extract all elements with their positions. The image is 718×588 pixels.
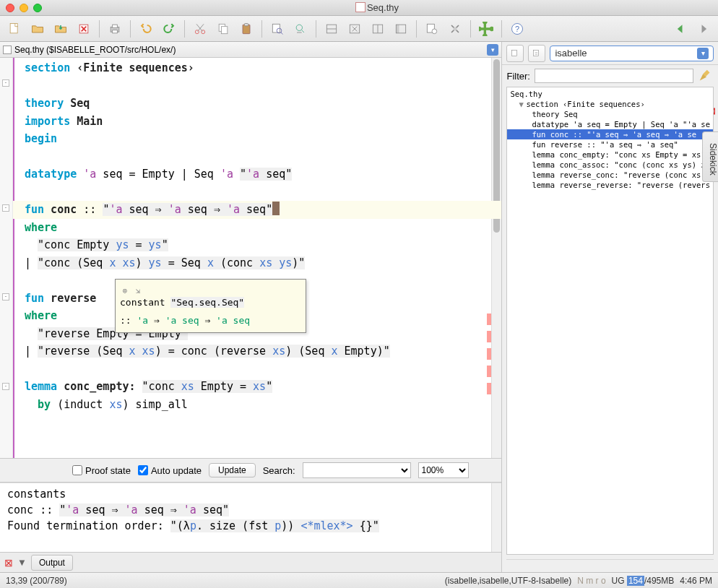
encoding-label: (isabelle,isabelle,UTF-8-Isabelle)	[445, 576, 571, 586]
nav-back-button[interactable]	[670, 19, 691, 39]
svg-rect-4	[113, 30, 118, 33]
save-button[interactable]	[51, 19, 71, 39]
file-icon	[355, 2, 366, 12]
titlebar: Seq.thy	[0, 0, 718, 16]
run-button[interactable]	[422, 19, 442, 39]
svg-rect-18	[396, 25, 399, 33]
minimize-window-button[interactable]	[20, 4, 28, 12]
proof-state-checkbox[interactable]: Proof state	[72, 465, 131, 476]
buffer-path: Seq.thy ($ISABELLE_ROOT/src/HOL/ex/)	[14, 45, 176, 55]
tree-item[interactable]: lemma reverse_reverse: "reverse (revers	[507, 180, 713, 190]
filter-input[interactable]	[535, 69, 693, 83]
close-file-button[interactable]	[74, 19, 94, 39]
tree-item[interactable]: theory Seq	[507, 109, 713, 119]
svg-rect-3	[113, 25, 118, 27]
close-window-button[interactable]	[6, 4, 14, 12]
buffer-tab[interactable]: Seq.thy ($ISABELLE_ROOT/src/HOL/ex/) ▾	[0, 42, 501, 58]
plugin-button[interactable]	[476, 19, 496, 39]
detach-icon[interactable]: ⇲	[133, 282, 143, 293]
tree-root-item[interactable]: Seq.thy	[507, 89, 713, 99]
bottom-dock: ⊠ ▼ Output	[0, 552, 501, 572]
mode-flags: N m r o	[577, 576, 605, 586]
parser-combo[interactable]: isabelle▾	[550, 46, 714, 61]
svg-rect-25	[534, 50, 539, 56]
close-icon[interactable]: ⊗	[120, 282, 130, 293]
new-file-button[interactable]	[4, 19, 25, 39]
window-title: Seq.thy	[42, 2, 712, 13]
type-tooltip: ⊗⇲ constant "Seq.seq.Seq" :: 'a ⇒ 'a seq…	[115, 279, 306, 333]
zoom-window-button[interactable]	[33, 4, 42, 12]
output-tab[interactable]: Output	[31, 555, 73, 571]
svg-rect-0	[10, 23, 17, 33]
tree-h-scrollbar[interactable]	[506, 559, 714, 569]
clear-filter-icon[interactable]	[698, 68, 714, 84]
memory-indicator: UG 154/495MB	[612, 576, 675, 586]
sidekick-toolbar: isabelle▾	[502, 42, 718, 65]
sidekick-tab[interactable]: Sidekick	[702, 131, 718, 182]
tree-section[interactable]: ▼section ‹Finite sequences›	[507, 99, 713, 109]
undo-button[interactable]	[136, 19, 156, 39]
split-h-button[interactable]	[321, 19, 342, 39]
output-area: constants conc :: "'a seq ⇒ 'a seq ⇒ 'a …	[0, 483, 501, 552]
settings-button[interactable]	[445, 19, 465, 39]
svg-point-20	[432, 29, 437, 34]
main-toolbar: ?	[0, 16, 718, 42]
update-button[interactable]: Update	[209, 463, 256, 477]
svg-point-21	[454, 27, 457, 30]
parse-button[interactable]	[506, 45, 524, 62]
dock-button[interactable]	[391, 19, 411, 39]
help-button[interactable]: ?	[507, 19, 527, 39]
zoom-combo[interactable]: 100%	[418, 462, 469, 478]
cut-button[interactable]	[190, 19, 210, 39]
svg-point-13	[296, 25, 302, 30]
auto-update-checkbox[interactable]: Auto update	[138, 465, 202, 476]
split-v-button[interactable]	[368, 19, 388, 39]
search-combo[interactable]	[303, 462, 411, 478]
structure-tree[interactable]: Seq.thy▼section ‹Finite sequences›theory…	[506, 87, 714, 555]
statusbar: 13,39 (200/789) (isabelle,isabelle,UTF-8…	[0, 572, 718, 588]
cursor-position: 13,39 (200/789)	[6, 576, 67, 586]
error-icon[interactable]: ⊠	[4, 557, 13, 568]
text-cursor	[272, 202, 280, 215]
buffer-dropdown[interactable]: ▾	[487, 44, 498, 56]
output-controls: Proof state Auto update Update Search: 1…	[0, 458, 501, 483]
code-editor[interactable]: - - - - section ‹Finite sequences› theor…	[0, 58, 501, 458]
search-label: Search:	[263, 465, 295, 476]
tree-item[interactable]: datatype 'a seq = Empty | Seq 'a "'a se	[507, 119, 713, 129]
find-replace-button[interactable]	[290, 19, 311, 39]
open-file-button[interactable]	[27, 19, 48, 39]
tree-item[interactable]: fun reverse :: "'a seq ⇒ 'a seq"	[507, 139, 713, 150]
unsplit-button[interactable]	[345, 19, 365, 39]
clock: 4:46 PM	[680, 576, 712, 586]
filter-label: Filter:	[506, 71, 530, 82]
buffer-checkbox[interactable]	[3, 46, 12, 54]
tree-item[interactable]: fun conc :: "'a seq ⇒ 'a seq ⇒ 'a se	[507, 129, 713, 139]
redo-button[interactable]	[159, 19, 179, 39]
svg-rect-8	[222, 26, 228, 33]
paste-button[interactable]	[236, 19, 256, 39]
svg-text:?: ?	[515, 25, 519, 33]
output-scrollbar[interactable]	[491, 483, 501, 552]
nav-forward-button[interactable]	[693, 19, 714, 39]
tree-item[interactable]: lemma conc_assoc: "conc (conc xs ys) zs	[507, 160, 713, 170]
collapse-icon[interactable]: ▼	[17, 557, 27, 568]
search-button[interactable]	[267, 19, 287, 39]
tree-item[interactable]: lemma reverse_conc: "reverse (conc xs y	[507, 170, 713, 180]
tree-item[interactable]: lemma conc_empty: "conc xs Empty = xs"	[507, 150, 713, 160]
copy-button[interactable]	[213, 19, 233, 39]
svg-rect-10	[245, 23, 248, 25]
print-button[interactable]	[105, 19, 125, 39]
svg-rect-24	[512, 50, 517, 56]
refresh-button[interactable]	[528, 45, 545, 62]
